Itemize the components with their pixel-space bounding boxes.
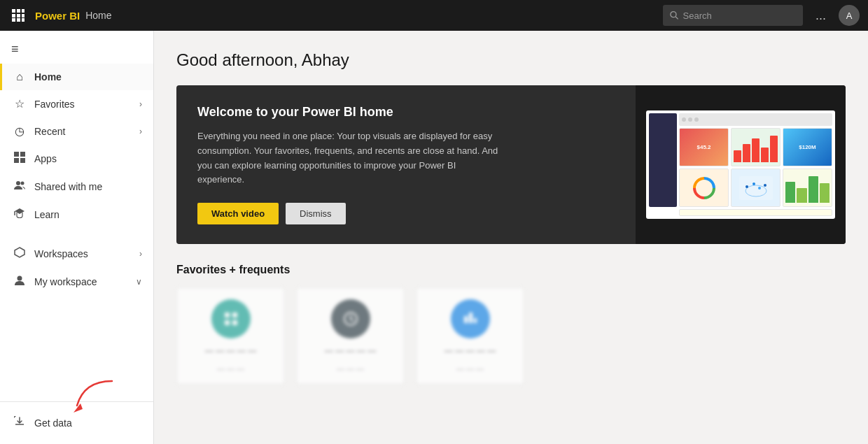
sidebar-item-apps[interactable]: Apps [0,145,153,173]
favorite-card-sublabel-1: — — — [217,364,244,373]
learn-icon [13,208,26,222]
svg-point-26 [758,187,761,189]
user-avatar[interactable]: A [839,5,860,26]
favorites-icon: ☆ [13,97,26,110]
topbar: Power BI Home ... A [0,0,868,31]
favorite-card-2[interactable]: — — — — — — — — [296,287,405,385]
svg-point-25 [752,182,755,185]
sidebar-item-workspaces[interactable]: Workspaces › [0,240,153,268]
svg-rect-2 [22,9,24,13]
dismiss-button[interactable]: Dismiss [286,203,346,224]
sidebar-item-label: Workspaces [34,248,88,259]
welcome-description: Everything you need in one place: Your t… [197,129,505,187]
svg-point-9 [671,12,676,17]
sidebar-item-label: Favorites [34,99,75,110]
welcome-image: $45.2 $120M [636,85,846,244]
chevron-right-icon: › [139,127,142,136]
favorite-card-label-2: — — — — — [325,345,376,357]
favorite-card-1[interactable]: — — — — — — — — [176,287,285,385]
svg-rect-31 [232,320,237,325]
search-icon [670,10,679,20]
svg-rect-1 [17,9,20,13]
favorite-card-icon-1 [211,299,251,338]
app-name: Power BI [35,10,80,22]
welcome-text-area: Welcome to your Power BI home Everything… [176,85,636,244]
favorites-grid: — — — — — — — — — — — — — — — — — — — — … [176,287,846,385]
apps-icon [13,152,26,166]
welcome-title: Welcome to your Power BI home [197,105,615,120]
sidebar-item-home[interactable]: ⌂ Home [0,64,153,90]
myworkspace-icon [13,275,26,289]
svg-rect-4 [17,14,20,17]
favorite-card-3[interactable]: — — — — — — — — [416,287,524,385]
more-options-button[interactable]: ... [810,6,832,26]
svg-point-27 [764,184,766,187]
sidebar-item-label: Apps [34,153,57,164]
svg-point-24 [746,185,748,188]
svg-point-18 [18,276,22,281]
sidebar-item-label: Get data [34,417,72,429]
sidebar-item-getdata[interactable]: Get data [0,409,153,437]
dashboard-preview: $45.2 $120M [646,110,835,219]
svg-rect-6 [12,18,15,22]
welcome-banner: Welcome to your Power BI home Everything… [176,85,846,244]
chevron-down-icon: ∨ [136,277,142,287]
home-icon: ⌂ [13,71,26,83]
recent-icon: ◷ [13,124,26,138]
search-input[interactable] [683,10,796,21]
main-layout: ≡ ⌂ Home ☆ Favorites › ◷ Recent › Apps [0,31,868,444]
svg-rect-12 [20,152,25,157]
svg-rect-3 [12,14,15,17]
svg-marker-17 [15,248,24,257]
favorite-card-label-1: — — — — — [205,345,256,357]
svg-line-10 [676,17,678,20]
svg-rect-0 [12,9,15,13]
svg-point-16 [21,182,24,185]
favorite-card-sublabel-2: — — — [337,364,364,373]
sidebar-item-label: Home [34,71,62,83]
svg-rect-28 [225,313,230,317]
favorite-card-label-3: — — — — — [444,345,496,357]
sidebar-item-label: My workspace [34,276,97,287]
sidebar-item-label: Shared with me [34,181,102,192]
sidebar-item-shared[interactable]: Shared with me [0,173,153,201]
sidebar-item-myworkspace[interactable]: My workspace ∨ [0,268,153,296]
svg-rect-14 [20,158,25,163]
favorite-card-sublabel-3: — — — [456,364,484,373]
getdata-icon [13,416,26,430]
svg-rect-30 [225,320,230,325]
page-breadcrumb: Home [85,10,111,21]
sidebar-bottom: Get data [0,401,153,444]
welcome-actions: Watch video Dismiss [197,203,615,224]
svg-rect-11 [14,152,19,157]
sidebar-item-learn[interactable]: Learn [0,201,153,229]
sidebar-item-label: Recent [34,126,65,137]
favorite-card-icon-2 [331,299,370,338]
svg-rect-8 [22,18,24,22]
page-title: Good afternoon, Abhay [176,50,846,70]
chevron-right-icon: › [139,249,142,259]
svg-rect-13 [14,158,19,163]
topbar-brand: Power BI Home [35,10,112,22]
sidebar-collapse-button[interactable]: ≡ [0,35,153,64]
svg-rect-29 [232,313,237,317]
search-box[interactable] [663,5,803,26]
favorite-card-icon-3 [451,299,490,338]
waffle-menu-button[interactable] [8,6,28,25]
sidebar: ≡ ⌂ Home ☆ Favorites › ◷ Recent › Apps [0,31,154,444]
sidebar-item-favorites[interactable]: ☆ Favorites › [0,90,153,117]
svg-point-15 [16,181,20,185]
chevron-right-icon: › [139,99,142,109]
content-area: Good afternoon, Abhay Welcome to your Po… [154,31,868,444]
section-favorites-title: Favorites + frequents [176,264,846,276]
svg-rect-5 [22,14,24,17]
shared-icon [13,180,26,194]
svg-rect-7 [17,18,20,22]
watch-video-button[interactable]: Watch video [197,203,279,224]
workspaces-icon [13,247,26,261]
sidebar-item-label: Learn [34,209,59,220]
sidebar-item-recent[interactable]: ◷ Recent › [0,117,153,145]
